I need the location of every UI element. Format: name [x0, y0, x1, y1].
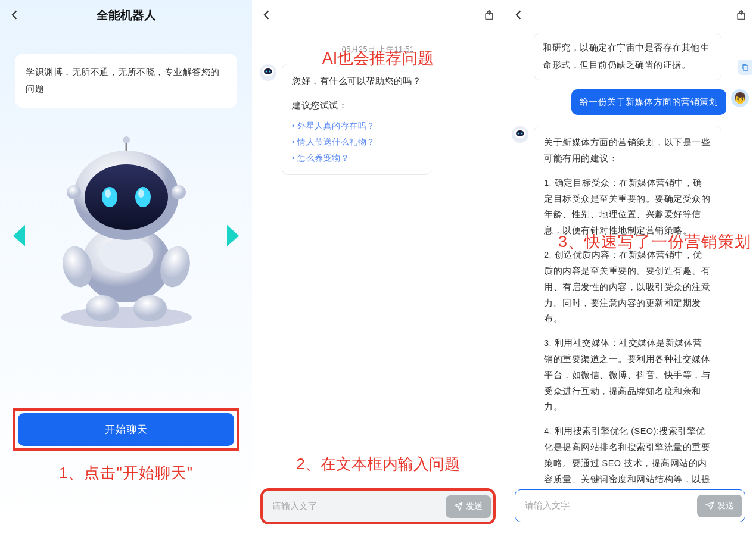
bot-message-row: 和研究，以确定在宇宙中是否存在其他生命形式，但目前仍缺乏确凿的证据。 — [511, 33, 749, 80]
svg-point-29 — [521, 133, 523, 135]
send-label: 发送 — [717, 501, 734, 511]
bot-reply-bubble: 关于新媒体方面的营销策划，以下是一些可能有用的建议： 1. 确定目标受众：在新媒… — [534, 126, 721, 512]
copy-icon[interactable] — [738, 60, 752, 75]
svg-point-13 — [67, 185, 81, 199]
send-button[interactable]: 发送 — [446, 495, 491, 518]
message-input[interactable]: 请输入文字 — [518, 492, 697, 519]
send-label: 发送 — [466, 501, 483, 512]
send-icon — [705, 501, 714, 510]
suggestion-1[interactable]: 外星人真的存在吗？ — [292, 118, 421, 134]
send-icon — [454, 502, 463, 511]
back-icon[interactable] — [9, 9, 21, 21]
input-bar: 请输入文字 发送 — [515, 489, 745, 522]
panel-chat-reply: 和研究，以确定在宇宙中是否存在其他生命形式，但目前仍缺乏确凿的证据。 给一份关于… — [504, 0, 756, 537]
carousel-prev-icon[interactable] — [13, 225, 25, 246]
svg-point-8 — [85, 164, 168, 230]
bot-avatar-icon — [511, 126, 529, 143]
topbar: 全能机器人 — [0, 0, 252, 30]
svg-point-10 — [135, 187, 151, 207]
svg-point-16 — [123, 136, 130, 143]
svg-point-4 — [133, 295, 167, 321]
svg-point-0 — [61, 307, 192, 328]
svg-point-22 — [269, 71, 271, 73]
svg-point-27 — [516, 130, 524, 136]
svg-point-14 — [172, 185, 186, 199]
suggestion-2[interactable]: 情人节送什么礼物？ — [292, 134, 421, 150]
user-message-row: 给一份关于新媒体方面的营销策划 👦 — [511, 89, 749, 115]
greeting-text: 您好，有什么可以帮助您的吗？ — [292, 73, 421, 90]
annotation-3: 3、快速写了一份营销策划 — [558, 231, 751, 252]
robot-illustration — [37, 133, 216, 329]
annotation-2: 2、在文本框内输入问题 — [252, 454, 504, 474]
panel-chat-empty: 05月25日 上午11:51 AI也会推荐问题 您好，有什么可以帮助您的吗？ 建… — [252, 0, 504, 537]
svg-point-12 — [138, 189, 144, 198]
carousel-next-icon[interactable] — [227, 225, 239, 246]
back-icon[interactable] — [513, 9, 525, 21]
suggestion-3[interactable]: 怎么养宠物？ — [292, 150, 421, 166]
svg-rect-24 — [743, 65, 748, 70]
svg-point-21 — [266, 71, 267, 73]
bot-greeting-bubble: 您好，有什么可以帮助您的吗？ 建议您试试： 外星人真的存在吗？ 情人节送什么礼物… — [282, 64, 431, 175]
svg-point-20 — [264, 68, 272, 74]
svg-point-28 — [518, 133, 519, 135]
message-input[interactable]: 请输入文字 — [265, 493, 446, 520]
annotation-1: 1、点击"开始聊天" — [0, 463, 252, 483]
share-icon[interactable] — [735, 9, 747, 21]
description-bubble: 学识渊博，无所不通，无所不晓，专业解答您的问题 — [15, 54, 237, 108]
reply-point-3: 3. 利用社交媒体：社交媒体是新媒体营销的重要渠道之一。要利用各种社交媒体平台，… — [544, 335, 711, 415]
annotation-top: AI也会推荐问题 — [252, 48, 504, 69]
start-chat-button[interactable]: 开始聊天 — [18, 413, 234, 446]
page-title: 全能机器人 — [21, 7, 231, 23]
svg-point-11 — [105, 189, 111, 198]
bot-message-row: 关于新媒体方面的营销策划，以下是一些可能有用的建议： 1. 确定目标受众：在新媒… — [511, 126, 749, 512]
reply-point-2: 2. 创造优质内容：在新媒体营销中，优质的内容是至关重要的。要创造有趣、有用、有… — [544, 247, 711, 327]
user-avatar-icon: 👦 — [731, 89, 749, 107]
start-button-highlight: 开始聊天 — [13, 408, 239, 451]
topbar — [504, 0, 756, 30]
svg-point-9 — [102, 187, 117, 207]
bot-partial-bubble: 和研究，以确定在宇宙中是否存在其他生命形式，但目前仍缺乏确凿的证据。 — [534, 33, 721, 80]
user-message-bubble: 给一份关于新媒体方面的营销策划 — [571, 89, 727, 115]
share-icon[interactable] — [483, 9, 495, 21]
reply-intro: 关于新媒体方面的营销策划，以下是一些可能有用的建议： — [544, 135, 711, 167]
reply-point-1: 1. 确定目标受众：在新媒体营销中，确定目标受众是至关重要的。要确定受众的年龄、… — [544, 175, 711, 239]
robot-carousel — [0, 117, 252, 355]
try-label: 建议您试试： — [292, 97, 421, 114]
input-bar-highlight: 请输入文字 发送 — [263, 491, 493, 522]
topbar — [252, 0, 504, 30]
svg-point-2 — [99, 237, 153, 273]
back-icon[interactable] — [261, 9, 273, 21]
svg-point-3 — [86, 295, 119, 321]
panel-start: 全能机器人 学识渊博，无所不通，无所不晓，专业解答您的问题 — [0, 0, 252, 537]
bot-message-row: 您好，有什么可以帮助您的吗？ 建议您试试： 外星人真的存在吗？ 情人节送什么礼物… — [259, 64, 497, 175]
send-button[interactable]: 发送 — [697, 495, 742, 517]
